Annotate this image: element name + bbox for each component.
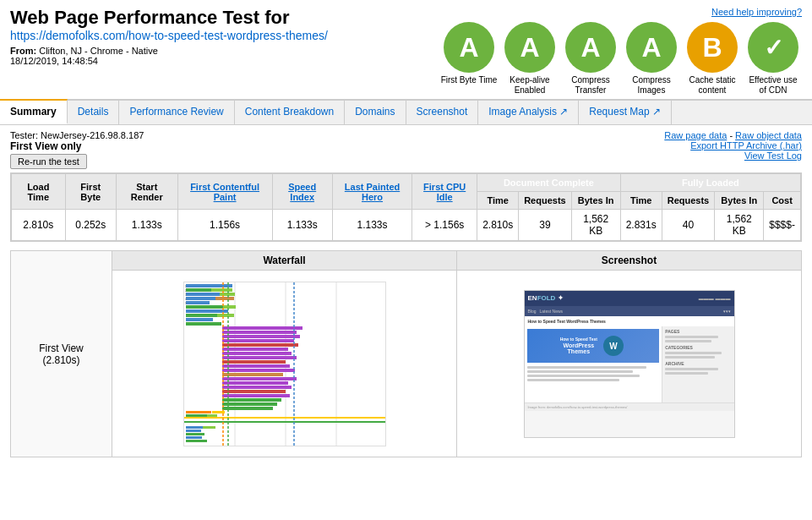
raw-object-data-link[interactable]: Raw object data [735,130,802,140]
grade-first-byte: A First Byte Time [440,22,498,96]
header-right: Need help improving? A First Byte Time A… [440,7,802,96]
performance-table: Load Time First Byte Start Render First … [11,173,801,241]
col-load-time: Load Time [12,174,66,210]
ss-text-line-2 [527,370,633,373]
nav-performance-review[interactable]: Performance Review [119,101,234,124]
raw-page-data-link[interactable]: Raw page data [664,130,727,140]
grade-circle-compress-transfer: A [565,22,616,73]
top-bar-links: Raw page data - Raw object data Export H… [664,130,802,161]
ss-hero-image: How to Speed Test WordPress Themes W [527,329,660,363]
svg-rect-57 [186,440,207,442]
main-content: Tester: NewJersey-216.98.8.187 First Vie… [0,125,812,463]
ss-logo: ENFOLD ✦ [528,294,564,302]
svg-rect-49 [212,411,225,413]
svg-rect-26 [222,360,286,364]
ss-content-area: How to Speed Test WordPress Themes W [525,326,734,402]
svg-rect-19 [222,331,297,334]
grade-boxes: A First Byte Time A Keep-alive Enabled A… [440,22,802,96]
cell-lph: 1.133s [332,210,411,241]
cell-speed-index: 1.133s [272,210,332,241]
section-fully-loaded: Fully Loaded [620,174,800,192]
grade-label-compress-transfer: Compress Transfer [562,75,619,96]
grade-label-first-byte: First Byte Time [441,75,498,85]
col-first-byte: First Byte [65,174,116,210]
col-speed-index: Speed Index [272,174,332,210]
svg-rect-15 [217,314,234,317]
ss-sidebar-line-4 [665,356,715,359]
cell-doc-time: 2.810s [477,210,519,241]
site-url-link[interactable]: https://demofolks.com/how-to-speed-test-… [10,29,328,42]
svg-rect-23 [222,348,288,351]
svg-rect-12 [223,305,236,309]
view-test-log-link[interactable]: View Test Log [744,151,802,161]
cell-load-time: 2.810s [12,210,66,241]
performance-table-container: Load Time First Byte Start Render First … [10,172,802,242]
export-http-link[interactable]: Export HTTP Archive (.har) [690,140,802,151]
waterfall-content[interactable]: 1 2 3 4 5 [112,271,456,457]
grade-circle-cache: B [687,22,738,73]
svg-rect-48 [186,411,211,413]
col-fci: First CPU Idle [412,174,477,210]
svg-rect-5 [211,288,232,292]
svg-rect-9 [215,297,234,300]
svg-rect-13 [186,309,228,313]
grade-circle-compress-images: A [626,22,677,73]
svg-rect-10 [186,301,210,304]
nav-content-breakdown[interactable]: Content Breakdown [235,101,345,124]
ss-text-line-4 [527,379,620,381]
cell-fl-bytes: 1,562 KB [715,210,764,241]
col-fl-time: Time [620,192,662,210]
rerun-button[interactable]: Re-run the test [10,154,87,169]
svg-rect-24 [222,352,292,355]
col-fl-requests: Requests [662,192,715,210]
ss-header-bar: ENFOLD ✦ ▬▬▬ ▬▬▬ [525,291,734,306]
ss-sidebar-line-5 [665,368,718,370]
grade-circle-first-byte: A [444,22,494,73]
svg-rect-33 [222,390,286,393]
svg-rect-30 [222,377,297,380]
table-row: 2.810s 0.252s 1.133s 1.156s 1.133s 1.133… [12,210,801,241]
svg-rect-22 [222,343,298,347]
svg-rect-36 [222,402,277,406]
help-link[interactable]: Need help improving? [711,7,802,17]
ss-sidebar-content: PAGES CATEGORIES ARCHIVE [662,326,733,402]
svg-rect-51 [207,414,217,417]
header-left: Web Page Performance Test for https://de… [10,7,328,66]
ss-sidebar-line-6 [665,372,708,375]
svg-rect-4 [186,288,211,292]
svg-rect-21 [222,339,294,342]
cell-fl-requests: 40 [662,210,715,241]
cell-doc-bytes: 1,562 KB [571,210,620,241]
page-title: Web Page Performance Test for [10,7,328,29]
svg-rect-35 [222,398,281,402]
svg-rect-20 [222,335,300,338]
col-doc-bytes: Bytes In [571,192,620,210]
nav-screenshot[interactable]: Screenshot [406,101,479,124]
svg-rect-56 [186,436,202,439]
svg-rect-52 [186,426,203,429]
grade-compress-transfer: A Compress Transfer [562,22,619,96]
nav-image-analysis[interactable]: Image Analysis ↗ [478,101,579,124]
tester-label: Tester: NewJersey-216.98.8.187 [10,130,144,140]
page-header: Web Page Performance Test for https://de… [0,0,812,99]
svg-rect-25 [222,356,297,359]
first-view-only-label: First View only [10,140,144,152]
ss-breadcrumb: How to Speed Test WordPress Themes [525,316,734,326]
svg-rect-34 [222,394,290,397]
cell-fl-time: 2.831s [620,210,662,241]
cell-fci: > 1.156s [412,210,477,241]
nav-summary[interactable]: Summary [0,99,68,124]
ss-nav: Blog Latest News ▾▾▾ [525,306,734,316]
svg-text:W: W [609,342,618,351]
nav-bar: Summary Details Performance Review Conte… [0,99,812,125]
ss-text-line-3 [527,375,640,377]
nav-domains[interactable]: Domains [345,101,406,124]
screenshot-content[interactable]: ENFOLD ✦ ▬▬▬ ▬▬▬ Blog Latest News ▾▾▾ Ho… [457,271,801,457]
svg-rect-29 [222,373,283,376]
svg-rect-31 [222,381,288,385]
nav-details[interactable]: Details [68,101,120,124]
svg-rect-32 [222,386,292,389]
cell-fl-cost: $$$$- [764,210,801,241]
svg-rect-8 [186,297,215,300]
nav-request-map[interactable]: Request Map ↗ [579,101,672,124]
